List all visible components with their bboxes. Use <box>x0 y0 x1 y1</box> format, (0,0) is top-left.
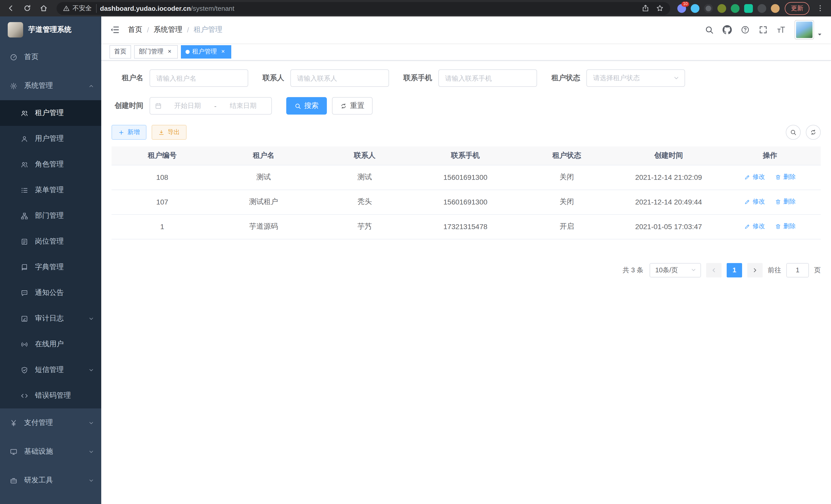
extension-icon[interactable] <box>744 4 753 12</box>
cell-created: 2021-12-14 20:49:44 <box>618 189 719 214</box>
column-header: 创建时间 <box>618 146 719 165</box>
reset-button[interactable]: 重置 <box>332 97 373 115</box>
tenant-name-input[interactable] <box>149 69 248 87</box>
sidebar-item-user[interactable]: 用户管理 <box>0 126 101 152</box>
chrome-update-button[interactable]: 更新 <box>785 2 809 14</box>
cell-mobile: 15601691300 <box>415 165 516 189</box>
refresh-table-button[interactable] <box>806 125 821 140</box>
edit-button[interactable]: 修改 <box>744 173 765 182</box>
extension-icon[interactable] <box>691 4 699 12</box>
sidebar-item-online-users[interactable]: 在线用户 <box>0 331 101 357</box>
sidebar-item-devtools[interactable]: 研发工具 <box>0 466 101 495</box>
sidebar-item-label: 岗位管理 <box>35 237 64 246</box>
extension-icon[interactable]: 10 <box>677 4 686 12</box>
sidebar-item-label: 基础设施 <box>24 447 53 456</box>
browser-reload-button[interactable] <box>22 3 33 14</box>
sidebar-item-menu[interactable]: 菜单管理 <box>0 177 101 203</box>
add-button[interactable]: 新增 <box>112 125 146 140</box>
search-button[interactable]: 搜索 <box>286 97 327 115</box>
users-icon <box>21 160 28 168</box>
sidebar-item-home[interactable]: 首页 <box>0 42 101 71</box>
tab-dept[interactable]: 部门管理 × <box>134 45 178 58</box>
fullscreen-icon[interactable] <box>758 25 768 34</box>
share-icon[interactable] <box>641 4 650 12</box>
browser-back-button[interactable] <box>5 3 17 14</box>
breadcrumb-system[interactable]: 系统管理 <box>154 25 182 34</box>
sidebar-item-label: 通知公告 <box>35 288 64 297</box>
delete-button[interactable]: 删除 <box>775 222 796 231</box>
sidebar-item-dept[interactable]: 部门管理 <box>0 203 101 229</box>
sidebar-item-tenant[interactable]: 租户管理 <box>0 100 101 126</box>
page-number-button[interactable]: 1 <box>727 263 742 277</box>
contact-mobile-input[interactable] <box>438 69 537 87</box>
sidebar-collapse-icon[interactable] <box>110 25 120 35</box>
column-header: 联系手机 <box>415 146 516 165</box>
create-time-label: 创建时间 <box>112 101 143 111</box>
edit-button[interactable]: 修改 <box>744 222 765 231</box>
sidebar-item-sms[interactable]: 短信管理 <box>0 357 101 383</box>
prev-page-button[interactable] <box>706 263 721 277</box>
filter-row-2: 创建时间 开始日期 - 结束日期 搜索 <box>112 97 821 115</box>
help-icon[interactable] <box>741 25 750 34</box>
contact-input[interactable] <box>290 69 389 87</box>
cell-status: 关闭 <box>516 189 618 214</box>
search-icon[interactable] <box>705 25 714 34</box>
goto-page-input[interactable] <box>786 263 809 277</box>
delete-button[interactable]: 删除 <box>775 173 796 182</box>
github-icon[interactable] <box>722 25 732 34</box>
extension-icon[interactable] <box>757 4 766 12</box>
security-chip[interactable]: 不安全 <box>63 4 96 12</box>
sidebar-item-label: 在线用户 <box>35 339 64 349</box>
refresh-icon <box>340 102 347 109</box>
app-logo[interactable]: 芋道管理系统 <box>0 17 101 42</box>
page-size-select[interactable]: 10条/页 <box>650 263 701 277</box>
sidebar-item-notice[interactable]: 通知公告 <box>0 280 101 306</box>
next-page-button[interactable] <box>747 263 763 277</box>
column-header: 租户名 <box>213 146 315 165</box>
sidebar-item-role[interactable]: 角色管理 <box>0 152 101 177</box>
tab-home[interactable]: 首页 <box>110 45 131 58</box>
breadcrumb: 首页 / 系统管理 / 租户管理 <box>128 25 223 34</box>
sidebar-item-label: 支付管理 <box>24 418 53 427</box>
sidebar-item-label: 首页 <box>24 52 38 62</box>
tenant-status-select[interactable]: 请选择租户状态 <box>586 69 685 87</box>
tab-label: 首页 <box>114 47 126 56</box>
id-card-icon <box>21 238 28 245</box>
cell-tenant-name: 芋道源码 <box>213 214 315 239</box>
export-button[interactable]: 导出 <box>152 125 187 140</box>
font-size-icon[interactable] <box>776 25 786 34</box>
browser-menu-icon[interactable] <box>814 3 826 14</box>
user-menu[interactable] <box>795 20 823 39</box>
profile-avatar-icon[interactable] <box>771 4 780 12</box>
delete-button[interactable]: 删除 <box>775 198 796 206</box>
breadcrumb-home[interactable]: 首页 <box>128 25 142 34</box>
dashboard-icon <box>10 53 18 61</box>
app-title: 芋道管理系统 <box>28 25 71 34</box>
sidebar-item-system[interactable]: 系统管理 <box>0 71 101 100</box>
cell-actions: 修改 删除 <box>719 165 821 189</box>
sidebar-item-payment[interactable]: 支付管理 <box>0 409 101 437</box>
extension-icon[interactable] <box>717 4 726 12</box>
sidebar-item-infra[interactable]: 基础设施 <box>0 437 101 466</box>
close-icon[interactable]: × <box>220 48 227 55</box>
system-submenu: 租户管理 用户管理 角色管理 菜单管理 部门管理 <box>0 100 101 409</box>
edit-button[interactable]: 修改 <box>744 198 765 206</box>
address-bar[interactable]: 不安全 dashboard.yudao.iocoder.cn/system/te… <box>57 2 670 14</box>
bookmark-star-icon[interactable] <box>656 4 664 12</box>
tab-label: 租户管理 <box>192 47 217 56</box>
browser-home-button[interactable] <box>38 3 49 14</box>
tab-tenant[interactable]: 租户管理 × <box>181 45 231 58</box>
toggle-search-button[interactable] <box>786 125 801 140</box>
extension-icon[interactable] <box>731 4 740 12</box>
cell-contact: 秃头 <box>314 189 415 214</box>
extension-icon[interactable] <box>704 4 713 12</box>
sidebar-item-error-code[interactable]: 错误码管理 <box>0 383 101 409</box>
sidebar-item-dict[interactable]: 字典管理 <box>0 254 101 280</box>
tags-view-bar: 首页 部门管理 × 租户管理 × <box>101 43 831 61</box>
shield-icon <box>21 366 28 374</box>
sidebar-item-audit-log[interactable]: 审计日志 <box>0 306 101 331</box>
create-time-range-picker[interactable]: 开始日期 - 结束日期 <box>149 97 272 115</box>
monitor-icon <box>10 448 18 455</box>
close-icon[interactable]: × <box>166 48 173 55</box>
sidebar-item-post[interactable]: 岗位管理 <box>0 229 101 254</box>
